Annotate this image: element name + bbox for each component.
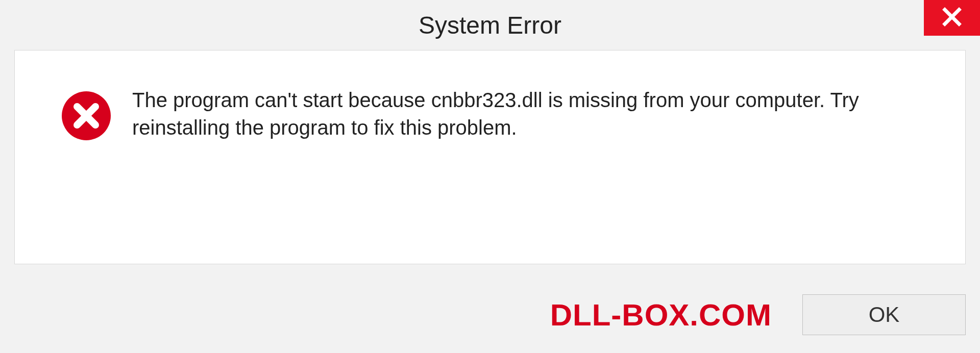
title-bar: System Error	[0, 0, 980, 50]
dialog-title: System Error	[419, 11, 561, 39]
close-icon	[941, 6, 963, 30]
close-button[interactable]	[924, 0, 980, 36]
error-icon	[61, 90, 112, 143]
dialog-footer: DLL-BOX.COM OK	[0, 276, 980, 353]
content-panel: The program can't start because cnbbr323…	[14, 50, 966, 264]
ok-button-label: OK	[869, 302, 900, 327]
error-message: The program can't start because cnbbr323…	[132, 86, 935, 141]
ok-button[interactable]: OK	[802, 294, 966, 335]
watermark-text: DLL-BOX.COM	[550, 297, 772, 333]
